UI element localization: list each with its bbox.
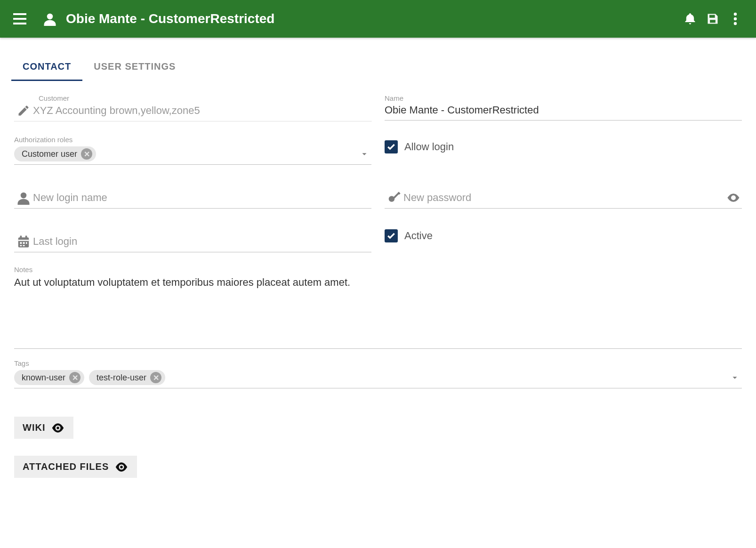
wiki-section-toggle[interactable]: WIKI bbox=[14, 417, 73, 439]
attached-files-section-toggle[interactable]: ATTACHED FILES bbox=[14, 456, 137, 478]
key-icon bbox=[385, 189, 403, 206]
tags-dropdown[interactable] bbox=[730, 372, 742, 383]
menu-button[interactable] bbox=[9, 8, 30, 29]
check-icon bbox=[386, 142, 396, 152]
password-input[interactable] bbox=[403, 190, 725, 206]
check-icon bbox=[386, 231, 396, 241]
chip-label: Customer user bbox=[22, 149, 77, 159]
chip-label: test-role-user bbox=[97, 373, 146, 383]
customer-input[interactable] bbox=[33, 103, 371, 119]
auth-role-chip[interactable]: Customer user ✕ bbox=[14, 146, 96, 161]
tab-bar: CONTACT USER SETTINGS bbox=[11, 53, 756, 81]
svg-rect-18 bbox=[23, 242, 25, 244]
active-checkbox[interactable] bbox=[385, 229, 398, 242]
auth-roles-dropdown[interactable] bbox=[359, 149, 371, 159]
tags-label: Tags bbox=[14, 359, 742, 367]
eye-icon bbox=[726, 191, 740, 205]
svg-point-22 bbox=[57, 427, 60, 429]
login-name-input[interactable] bbox=[33, 190, 371, 206]
notes-label: Notes bbox=[14, 266, 742, 274]
svg-rect-19 bbox=[26, 242, 27, 244]
person-icon bbox=[14, 189, 33, 206]
tag-chip[interactable]: known-user ✕ bbox=[14, 370, 84, 385]
save-button[interactable] bbox=[701, 8, 724, 30]
tab-contact[interactable]: CONTACT bbox=[11, 53, 82, 81]
svg-point-23 bbox=[120, 466, 123, 468]
tag-chip[interactable]: test-role-user ✕ bbox=[89, 370, 165, 385]
more-button[interactable] bbox=[724, 8, 747, 30]
svg-rect-16 bbox=[25, 236, 27, 239]
dots-vertical-icon bbox=[733, 12, 737, 25]
active-label: Active bbox=[404, 230, 433, 242]
person-icon bbox=[43, 12, 57, 26]
edit-icon bbox=[14, 102, 33, 119]
save-icon bbox=[706, 12, 719, 25]
notifications-button[interactable] bbox=[679, 8, 701, 30]
chip-label: known-user bbox=[22, 373, 65, 383]
svg-rect-0 bbox=[13, 13, 26, 15]
svg-rect-17 bbox=[20, 242, 22, 244]
wiki-label: WIKI bbox=[23, 422, 45, 433]
chip-remove-icon[interactable]: ✕ bbox=[150, 372, 161, 383]
svg-rect-15 bbox=[20, 236, 22, 239]
svg-rect-1 bbox=[13, 18, 26, 20]
form-area: Customer Name Authorization roles bbox=[0, 81, 756, 497]
chip-remove-icon[interactable]: ✕ bbox=[69, 372, 80, 383]
auth-roles-label: Authorization roles bbox=[14, 136, 371, 144]
notes-textarea[interactable]: Aut ut voluptatum voluptatem et temporib… bbox=[14, 274, 742, 349]
svg-rect-4 bbox=[713, 15, 714, 17]
app-header: Obie Mante - CustomerRestricted bbox=[0, 0, 756, 38]
svg-rect-20 bbox=[20, 245, 22, 247]
password-visibility-toggle[interactable] bbox=[725, 189, 742, 206]
svg-point-8 bbox=[21, 193, 27, 199]
chevron-down-icon bbox=[730, 372, 740, 383]
svg-point-7 bbox=[734, 22, 737, 25]
svg-point-6 bbox=[734, 17, 737, 20]
chevron-down-icon bbox=[359, 149, 370, 159]
allow-login-checkbox[interactable] bbox=[385, 140, 398, 153]
svg-rect-21 bbox=[23, 245, 25, 247]
allow-login-label: Allow login bbox=[404, 141, 454, 153]
name-input[interactable] bbox=[385, 102, 742, 118]
bell-icon bbox=[684, 12, 697, 25]
svg-rect-2 bbox=[13, 23, 26, 24]
svg-rect-14 bbox=[18, 240, 29, 241]
name-label: Name bbox=[385, 94, 742, 102]
tab-user-settings[interactable]: USER SETTINGS bbox=[82, 53, 187, 81]
chip-remove-icon[interactable]: ✕ bbox=[81, 148, 92, 160]
page-title: Obie Mante - CustomerRestricted bbox=[66, 11, 679, 26]
auth-roles-field[interactable]: Customer user ✕ bbox=[14, 144, 371, 165]
tags-field[interactable]: known-user ✕ test-role-user ✕ bbox=[14, 367, 742, 388]
calendar-icon bbox=[14, 233, 33, 250]
svg-point-3 bbox=[47, 14, 53, 20]
user-context-icon[interactable] bbox=[40, 8, 60, 29]
svg-point-5 bbox=[734, 13, 737, 16]
attached-files-label: ATTACHED FILES bbox=[23, 461, 109, 472]
svg-point-12 bbox=[732, 197, 735, 199]
last-login-input[interactable] bbox=[33, 234, 371, 250]
eye-icon bbox=[51, 423, 65, 433]
hamburger-icon bbox=[13, 13, 26, 24]
eye-icon bbox=[114, 462, 129, 472]
customer-label: Customer bbox=[39, 94, 371, 102]
